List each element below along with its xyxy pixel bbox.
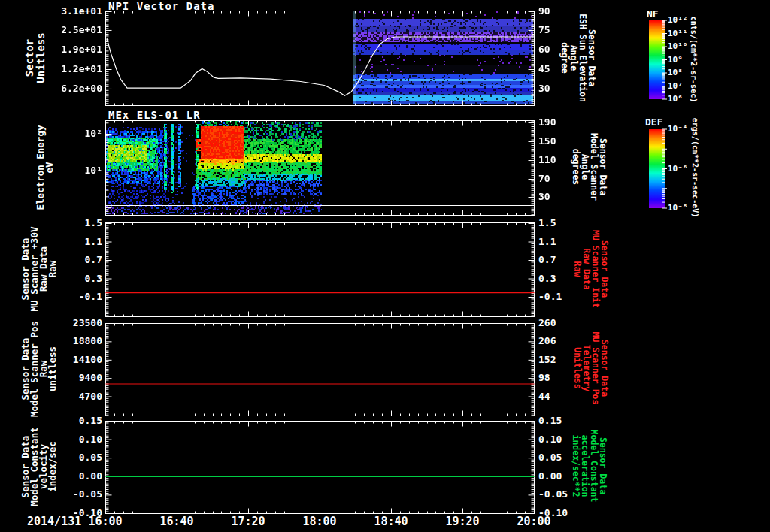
- left-tick-label: 1.9e+01: [61, 44, 102, 55]
- x-tick-label: 16:00: [81, 515, 129, 527]
- colorbar-tick-label: 10⁻⁴: [668, 125, 688, 134]
- right-tick-label: 0.3: [538, 274, 556, 284]
- x-tick-label: 20:00: [510, 515, 558, 527]
- panel-axes-0: [105, 11, 535, 106]
- panel-title-els: MEx ELS-01 LR: [108, 110, 201, 121]
- right-tick-label: 90: [538, 6, 550, 17]
- colorbar-tick-label: 10⁷: [668, 82, 683, 91]
- left-tick-label: 10¹: [85, 165, 102, 176]
- left-tick-label: 1.2e+01: [61, 64, 102, 74]
- right-tick-label: 110: [538, 155, 556, 165]
- x-tick-label: 18:40: [367, 515, 415, 527]
- colorbar-tick-label: 10¹⁰: [668, 42, 688, 51]
- left-tick-label: -0.1: [79, 292, 102, 302]
- right-tick-label: 0.10: [538, 434, 562, 445]
- right-tick-label: 190: [538, 117, 556, 128]
- left-tick-label: 10²: [85, 128, 102, 139]
- right-tick-label: 0.7: [538, 255, 556, 265]
- right-axis-label-scanner-angle: Sensor Data Model Scanner Angle degrees: [571, 133, 608, 201]
- left-tick-label: 0.05: [79, 452, 102, 463]
- left-tick-label: 18800: [73, 336, 102, 346]
- panel-axes-4: [105, 421, 535, 514]
- right-tick-label: 30: [538, 83, 550, 94]
- x-tick-label: 16:40: [153, 515, 201, 527]
- right-tick-label: 44: [538, 391, 550, 402]
- right-tick-label: 152: [538, 355, 556, 365]
- right-tick-label: 1.1: [538, 237, 556, 247]
- left-tick-label: 4700: [79, 391, 102, 402]
- right-tick-label: 206: [538, 336, 556, 346]
- left-tick-label: 2.5e+01: [61, 25, 102, 35]
- right-axis-label-mu-scanner-init: Sensor Data MU Scanner Init Raw Data Raw: [573, 230, 609, 308]
- left-tick-label: 23500: [73, 318, 102, 328]
- colorbar-tick-label: 10⁸: [668, 68, 683, 77]
- colorbar-unit-nf: cnts/(cm**2-sr-sec): [690, 17, 697, 102]
- x-tick-label: 19:20: [438, 515, 487, 527]
- colorbar-tick-label: 10¹¹: [668, 29, 688, 38]
- right-axis-label-model-constant-accel: Sensor Data Model Constant acceleration …: [571, 430, 608, 503]
- right-tick-label: 0.00: [538, 471, 562, 482]
- left-tick-label: 0.7: [85, 255, 102, 265]
- right-tick-label: 1.5: [538, 218, 556, 228]
- left-tick-label: 14100: [73, 355, 102, 365]
- colorbar-tick-label: 10⁶: [668, 95, 683, 104]
- colorbar-title-nf: NF: [647, 9, 659, 19]
- left-tick-label: 1.5: [85, 218, 102, 228]
- right-tick-label: 45: [538, 64, 550, 74]
- colorbar-tick-label: 10⁹: [668, 56, 683, 65]
- left-tick-label: 1.1: [85, 237, 102, 247]
- left-axis-label-sector: Sector Unitless: [24, 32, 47, 83]
- left-tick-label: 0.10: [79, 434, 102, 445]
- colorbar-unit-def: ergs/(cm**2-sr-sec-eV): [691, 118, 699, 217]
- left-tick-label: 3.1e+01: [61, 6, 102, 17]
- x-tick-label: 17:20: [224, 515, 272, 527]
- colorbar-title-def: DEF: [645, 117, 662, 127]
- x-tick-label: 18:00: [296, 515, 344, 527]
- left-tick-label: -0.05: [73, 489, 102, 500]
- left-axis-label-model-scanner-pos: Sensor Data Model Scanner Pos Raw unitle…: [21, 321, 57, 417]
- right-tick-label: -0.05: [538, 489, 568, 500]
- left-tick-label: 9400: [79, 373, 102, 383]
- left-tick-label: 0.3: [85, 274, 102, 284]
- left-axis-label-mu-scanner-30v: Sensor Data MU Scanner +30V Raw Data Raw: [21, 227, 57, 312]
- panel-axes-1: [105, 120, 535, 216]
- right-tick-label: 150: [538, 136, 556, 147]
- right-tick-label: 98: [538, 373, 550, 383]
- colorbar-tick-label: 10⁻⁸: [668, 204, 688, 213]
- right-tick-label: 0.15: [538, 416, 562, 426]
- right-tick-label: 70: [538, 174, 550, 184]
- right-tick-label: -0.1: [538, 292, 562, 302]
- right-axis-label-sun-elevation: Sensor Data ESH Sun Elevation Angle degr…: [560, 14, 596, 102]
- colorbar-tick-label: 10⁻⁶: [668, 165, 688, 174]
- right-tick-label: 260: [538, 318, 556, 328]
- panel-axes-2: [105, 222, 535, 317]
- right-axis-label-mu-scanner-pos: Sensor Data MU Scanner Pos Telemetry Uni…: [573, 332, 609, 405]
- left-tick-label: 0.00: [79, 471, 102, 482]
- left-axis-label-model-constant-velocity: Sensor Data Model Constant velocity inde…: [21, 427, 57, 506]
- right-tick-label: 0.05: [538, 452, 562, 463]
- right-tick-label: 75: [538, 25, 550, 35]
- panel-axes-3: [105, 323, 535, 416]
- colorbar-tick-label: 10¹²: [668, 16, 688, 25]
- right-tick-label: 30: [538, 192, 550, 202]
- left-axis-label-electron-energy: Electron Energy eV: [36, 125, 54, 210]
- right-tick-label: 60: [538, 44, 550, 55]
- plot-page: NPI Vector Data MEx ELS-01 LR Sector Uni…: [0, 0, 770, 532]
- left-tick-label: 0.15: [79, 416, 102, 426]
- left-tick-label: 6.2e+00: [61, 83, 102, 94]
